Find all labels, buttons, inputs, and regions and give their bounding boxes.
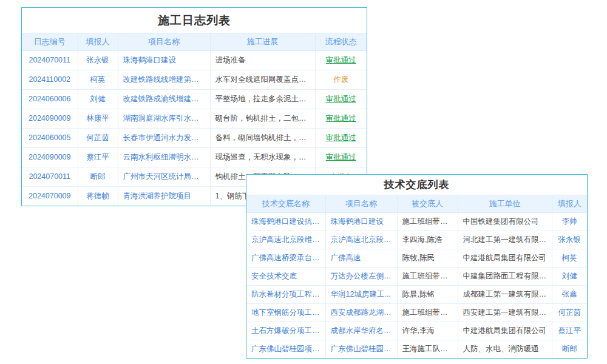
- technical-disclosure-panel: 技术交底列表 技术交底名称项目名称被交底人施工单位填报人 珠海鹤港口建设抗浮..…: [246, 174, 588, 359]
- log-project-link[interactable]: 湖南洞庭湖水库引水工程...: [118, 109, 210, 128]
- disclosure-name-link[interactable]: 地下室钢筋分项工程...: [246, 303, 325, 322]
- log-column-header-0: 日志编号: [22, 33, 78, 50]
- table-row: 广佛高速桥梁承台施...广佛高速陈牧,陈民中建港航局集团有限公司柯英: [246, 249, 587, 267]
- log-status-badge[interactable]: 审批通过: [315, 147, 367, 167]
- disclosure-name-link[interactable]: 广佛高速桥梁承台施...: [246, 249, 325, 267]
- table-row: 土石方爆破分项工程...成都水岸华府名苑...许华,李海中建港航局集团有限公司蔡…: [246, 322, 587, 340]
- table-row: 2024060005何芷茵长春市伊通河水力发电厂...备料，砌间墙钩机排土，瓦工…: [22, 128, 367, 147]
- disclosure-filler-link[interactable]: 蔡江平: [552, 322, 587, 340]
- technical-disclosure-title: 技术交底列表: [246, 175, 587, 195]
- disclosure-unit-cell: 成都建工第一建筑有限责任公司: [458, 285, 552, 303]
- log-filler-link[interactable]: 刘健: [78, 89, 118, 109]
- table-row: 2024070011张永银珠海鹤港口建设进场准备审批通过: [22, 50, 367, 70]
- disclosure-column-header-3: 施工单位: [458, 195, 552, 212]
- disclosure-filler-link[interactable]: 柯英: [552, 249, 587, 267]
- table-row: 2024060006刘健改建铁路成渝线增建第二...平整场地，拉走多余泥土15辆…: [22, 89, 367, 109]
- log-id-link[interactable]: 2024060006: [22, 89, 78, 109]
- disclosure-name-link[interactable]: 广东佛山碧桂园项目...: [246, 340, 325, 358]
- disclosure-name-link[interactable]: 珠海鹤港口建设抗浮...: [246, 212, 325, 231]
- log-progress-cell: 进场准备: [210, 50, 315, 70]
- disclosure-filler-link[interactable]: 李帅: [552, 212, 587, 231]
- disclosure-person-cell: 陈晨,陈铭: [397, 285, 458, 303]
- log-id-link[interactable]: 2024110002: [22, 70, 78, 89]
- table-row: 安全技术交底万达办公楼左侧A...施工班组带班...中建集团路面工程有限公司刘健: [246, 267, 587, 285]
- disclosure-filler-link[interactable]: 断郎: [552, 340, 587, 358]
- table-row: 珠海鹤港口建设抗浮...珠海鹤港口建设施工班组带班...中国铁建集团有限公司李帅: [246, 212, 587, 231]
- log-project-link[interactable]: 广州市天河区统计局机房...: [118, 167, 210, 186]
- disclosure-unit-cell: 人防、水电、消防暖通: [458, 340, 552, 358]
- disclosure-unit-cell: 河北建工第一建筑有限责任公司: [458, 231, 552, 249]
- disclosure-project-link[interactable]: 珠海鹤港口建设: [325, 212, 397, 231]
- log-column-header-2: 项目名称: [118, 33, 210, 50]
- log-filler-link[interactable]: 张永银: [78, 50, 118, 70]
- log-status-badge[interactable]: 审批通过: [315, 89, 367, 109]
- log-status-badge[interactable]: 作废: [315, 70, 367, 89]
- disclosure-column-header-4: 填报人: [552, 195, 587, 212]
- disclosure-unit-cell: 中建港航局集团有限公司: [458, 322, 552, 340]
- disclosure-person-cell: 王海施工队全队: [397, 340, 458, 358]
- log-progress-cell: 砌台阶，钩机排土，二包砌间...: [210, 109, 315, 128]
- log-status-badge[interactable]: 审批通过: [315, 50, 367, 70]
- log-filler-link[interactable]: 蒋德帧: [78, 186, 118, 206]
- log-column-header-3: 施工进展: [210, 33, 315, 50]
- disclosure-name-link[interactable]: 京沪高速北京段维修...: [246, 231, 325, 249]
- log-id-link[interactable]: 2024070011: [22, 167, 78, 186]
- table-row: 防水卷材分项工程施...华润12城房建工...陈晨,陈铭成都建工第一建筑有限责任…: [246, 285, 587, 303]
- disclosure-name-link[interactable]: 土石方爆破分项工程...: [246, 322, 325, 340]
- disclosure-project-link[interactable]: 广佛高速: [325, 249, 397, 267]
- disclosure-person-cell: 施工班组带班...: [397, 267, 458, 285]
- log-id-link[interactable]: 2024070009: [22, 186, 78, 206]
- table-row: 京沪高速北京段维修...京沪高速北京段维修李四海,陈浩河北建工第一建筑有限责任公…: [246, 231, 587, 249]
- disclosure-filler-link[interactable]: 何芷茵: [552, 303, 587, 322]
- table-row: 2024090009林康平湖南洞庭湖水库引水工程...砌台阶，钩机排土，二包砌间…: [22, 109, 367, 128]
- log-filler-link[interactable]: 蔡江平: [78, 147, 118, 167]
- log-id-link[interactable]: 2024090009: [22, 109, 78, 128]
- log-id-link[interactable]: 2024090009: [22, 147, 78, 167]
- disclosure-person-cell: 施工班组带班...: [397, 303, 458, 322]
- disclosure-filler-link[interactable]: 张永银: [552, 231, 587, 249]
- log-project-link[interactable]: 云南水利枢纽潜明水库—...: [118, 147, 210, 167]
- disclosure-column-header-1: 项目名称: [325, 195, 397, 212]
- disclosure-person-cell: 许华,李海: [397, 322, 458, 340]
- log-filler-link[interactable]: 断郎: [78, 167, 118, 186]
- disclosure-name-link[interactable]: 防水卷材分项工程施...: [246, 285, 325, 303]
- log-id-link[interactable]: 2024060005: [22, 128, 78, 147]
- disclosure-unit-cell: 西安建工第一建筑有限责任公司: [458, 303, 552, 322]
- disclosure-column-header-0: 技术交底名称: [246, 195, 325, 212]
- log-filler-link[interactable]: 林康平: [78, 109, 118, 128]
- log-status-badge[interactable]: 审批通过: [315, 109, 367, 128]
- technical-disclosure-header: 技术交底名称项目名称被交底人施工单位填报人: [246, 195, 587, 212]
- disclosure-person-cell: 李四海,陈浩: [397, 231, 458, 249]
- disclosure-project-link[interactable]: 华润12城房建工...: [325, 285, 397, 303]
- log-project-link[interactable]: 改建铁路线线增建第二线直...: [118, 70, 210, 89]
- construction-log-header: 日志编号填报人项目名称施工进展流程状态: [22, 33, 367, 50]
- log-filler-link[interactable]: 何芷茵: [78, 128, 118, 147]
- log-column-header-4: 流程状态: [315, 33, 367, 50]
- disclosure-column-header-2: 被交底人: [397, 195, 458, 212]
- table-row: 2024090009蔡江平云南水利枢纽潜明水库—...现场巡查，无积水现象，水马…: [22, 147, 367, 167]
- construction-log-title: 施工日志列表: [22, 8, 367, 33]
- log-project-link[interactable]: 改建铁路成渝线增建第二...: [118, 89, 210, 109]
- log-id-link[interactable]: 2024070011: [22, 50, 78, 70]
- disclosure-filler-link[interactable]: 张鑫: [552, 285, 587, 303]
- disclosure-name-link[interactable]: 安全技术交底: [246, 267, 325, 285]
- log-column-header-1: 填报人: [78, 33, 118, 50]
- log-project-link[interactable]: 长春市伊通河水力发电厂...: [118, 128, 210, 147]
- log-status-badge[interactable]: 审批通过: [315, 128, 367, 147]
- disclosure-person-cell: 陈牧,陈民: [397, 249, 458, 267]
- log-project-link[interactable]: 珠海鹤港口建设: [118, 50, 210, 70]
- disclosure-filler-link[interactable]: 刘健: [552, 267, 587, 285]
- log-progress-cell: 现场巡查，无积水现象，水马...: [210, 147, 315, 167]
- disclosure-project-link[interactable]: 成都水岸华府名苑...: [325, 322, 397, 340]
- table-row: 广东佛山碧桂园项目...广东佛山碧桂园项目王海施工队全队人防、水电、消防暖通断郎: [246, 340, 587, 358]
- log-progress-cell: 水车对全线遮阳网覆盖点进行...: [210, 70, 315, 89]
- log-progress-cell: 平整场地，拉走多余泥土15辆...: [210, 89, 315, 109]
- disclosure-project-link[interactable]: 万达办公楼左侧A...: [325, 267, 397, 285]
- technical-disclosure-table: 技术交底名称项目名称被交底人施工单位填报人 珠海鹤港口建设抗浮...珠海鹤港口建…: [246, 195, 587, 358]
- disclosure-person-cell: 施工班组带班...: [397, 212, 458, 231]
- log-filler-link[interactable]: 柯英: [78, 70, 118, 89]
- disclosure-project-link[interactable]: 广东佛山碧桂园项目: [325, 340, 397, 358]
- disclosure-project-link[interactable]: 西安成都路龙湖上...: [325, 303, 397, 322]
- disclosure-project-link[interactable]: 京沪高速北京段维修: [325, 231, 397, 249]
- log-project-link[interactable]: 青海洪湖养护院项目: [118, 186, 210, 206]
